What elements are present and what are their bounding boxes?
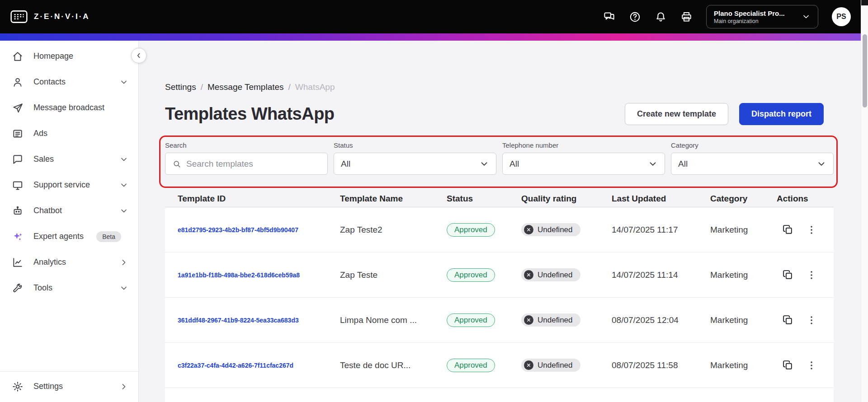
copy-icon[interactable] xyxy=(782,269,793,280)
category-value: Marketing xyxy=(710,225,777,235)
send-icon xyxy=(12,102,24,114)
column-header: Template Name xyxy=(340,194,447,204)
sparkles-icon xyxy=(12,231,24,243)
sidebar-item-ads[interactable]: Ads xyxy=(0,121,138,146)
notifications-bell-icon[interactable] xyxy=(655,11,667,23)
quality-rating-text: Undefined xyxy=(538,225,573,234)
kebab-menu-icon[interactable] xyxy=(806,270,817,280)
sidebar-item-tools[interactable]: Tools xyxy=(0,275,138,301)
category-select-value: All xyxy=(678,159,816,169)
sidebar-item-label: Support service xyxy=(33,180,109,190)
breadcrumb-current: WhatsApp xyxy=(295,82,335,92)
create-new-template-button[interactable]: Create new template xyxy=(625,103,728,125)
sidebar-item-analytics[interactable]: Analytics xyxy=(0,249,138,275)
print-icon[interactable] xyxy=(680,11,693,23)
scrollbar[interactable] xyxy=(861,0,868,402)
chevron-down-icon xyxy=(119,155,128,164)
kebab-menu-icon[interactable] xyxy=(806,315,817,326)
template-id-link[interactable]: e81d2795-2923-4b2b-bf87-4bf5d9b90407 xyxy=(178,226,340,234)
person-icon xyxy=(12,76,24,88)
sidebar-item-chatbot[interactable]: Chatbot xyxy=(0,198,138,224)
sidebar-item-sales[interactable]: Sales xyxy=(0,146,138,172)
sidebar-item-label: Settings xyxy=(33,382,109,391)
scrollbar-corner xyxy=(861,0,868,5)
chevron-down-icon xyxy=(802,12,811,21)
templates-table: Template ID Template Name Status Quality… xyxy=(165,190,834,402)
agents-chat-icon[interactable] xyxy=(603,11,615,23)
chevron-down-icon xyxy=(119,181,128,190)
organization-subtitle: Main organization xyxy=(714,18,785,24)
dispatch-report-button[interactable]: Dispatch report xyxy=(739,103,824,125)
breadcrumb-settings[interactable]: Settings xyxy=(165,82,196,92)
column-header: Template ID xyxy=(178,194,340,204)
status-label: Status xyxy=(334,141,496,149)
copy-icon[interactable] xyxy=(782,360,793,371)
search-input[interactable] xyxy=(186,159,321,169)
sidebar-collapse-button[interactable] xyxy=(131,48,146,63)
chevron-down-icon xyxy=(119,284,128,293)
template-id-link[interactable]: 361ddf48-2967-41b9-8224-5ea33ca683d3 xyxy=(178,317,340,324)
quality-rating-text: Undefined xyxy=(538,361,573,370)
column-header: Status xyxy=(447,194,521,204)
robot-icon xyxy=(12,205,24,217)
chevron-right-icon xyxy=(119,258,128,267)
chevron-down-icon xyxy=(119,206,128,215)
chat-bubble-icon xyxy=(12,154,24,165)
category-label: Category xyxy=(671,141,834,149)
column-header: Last Updated xyxy=(612,194,710,204)
x-circle-icon xyxy=(524,225,533,234)
column-header: Category xyxy=(710,194,777,204)
last-updated: 08/07/2025 11:58 xyxy=(612,360,710,370)
home-icon xyxy=(12,51,24,62)
template-name: Limpa Nome com ... xyxy=(340,315,447,325)
newspaper-icon xyxy=(12,128,24,140)
template-id-link[interactable]: 1a91e1bb-f18b-498a-bbe2-618d6ceb59a8 xyxy=(178,271,340,279)
sidebar-item-label: Ads xyxy=(33,129,128,138)
kebab-menu-icon[interactable] xyxy=(806,360,817,371)
sidebar-item-contacts[interactable]: Contacts xyxy=(0,69,138,95)
status-select[interactable]: All xyxy=(334,153,496,175)
chevron-down-icon xyxy=(816,159,826,169)
category-select[interactable]: All xyxy=(671,153,834,175)
chevron-down-icon xyxy=(119,78,128,87)
beta-badge: Beta xyxy=(96,231,121,242)
sidebar-item-label: Contacts xyxy=(33,77,109,87)
telephone-number-select[interactable]: All xyxy=(502,153,665,175)
breadcrumb-separator: / xyxy=(201,82,203,92)
help-icon[interactable] xyxy=(629,11,641,23)
copy-icon[interactable] xyxy=(782,224,793,235)
sidebar-item-label: Message broadcast xyxy=(33,103,128,112)
table-row-partial xyxy=(165,388,834,402)
copy-icon[interactable] xyxy=(782,314,793,326)
table-row: e81d2795-2923-4b2b-bf87-4bf5d9b90407 Zap… xyxy=(165,207,834,252)
sidebar-item-support-service[interactable]: Support service xyxy=(0,172,138,198)
filter-status: Status All xyxy=(334,141,496,175)
sidebar-item-homepage[interactable]: Homepage xyxy=(0,43,138,69)
organization-name: Plano Specialist Pro... xyxy=(714,9,785,17)
user-avatar[interactable]: PS xyxy=(832,7,851,26)
scrollbar-thumb[interactable] xyxy=(863,34,867,108)
sidebar-item-label: Sales xyxy=(33,154,109,164)
template-name: Zap Teste2 xyxy=(340,225,447,235)
zenvia-logo[interactable]: Z·E·N·V·I·A xyxy=(10,8,90,26)
status-select-value: All xyxy=(341,159,479,169)
breadcrumb: Settings / Message Templates / WhatsApp xyxy=(165,82,834,92)
sidebar-item-expert-agents[interactable]: Expert agents Beta xyxy=(0,224,138,249)
x-circle-icon xyxy=(524,360,533,370)
kebab-menu-icon[interactable] xyxy=(806,224,817,235)
sidebar-item-settings[interactable]: Settings xyxy=(0,374,138,399)
last-updated: 08/07/2025 12:04 xyxy=(612,315,710,325)
template-id-link[interactable]: c3f22a37-c4fa-4d42-a626-7f11cfac267d xyxy=(178,362,340,369)
column-header: Actions xyxy=(777,194,834,204)
topbar: Z·E·N·V·I·A xyxy=(0,0,861,33)
sidebar-item-label: Tools xyxy=(33,283,109,293)
breadcrumb-message-templates[interactable]: Message Templates xyxy=(208,82,284,92)
sidebar-footer: Settings xyxy=(0,371,138,399)
organization-selector[interactable]: Plano Specialist Pro... Main organizatio… xyxy=(706,5,818,28)
brand-gradient-bar xyxy=(0,33,861,41)
filter-telephone-number: Telephone number All xyxy=(502,141,665,175)
category-value: Marketing xyxy=(710,315,777,325)
sidebar: Homepage Contacts Message broadcast Ads … xyxy=(0,41,139,402)
sidebar-item-message-broadcast[interactable]: Message broadcast xyxy=(0,95,138,121)
quality-rating-text: Undefined xyxy=(538,316,573,325)
